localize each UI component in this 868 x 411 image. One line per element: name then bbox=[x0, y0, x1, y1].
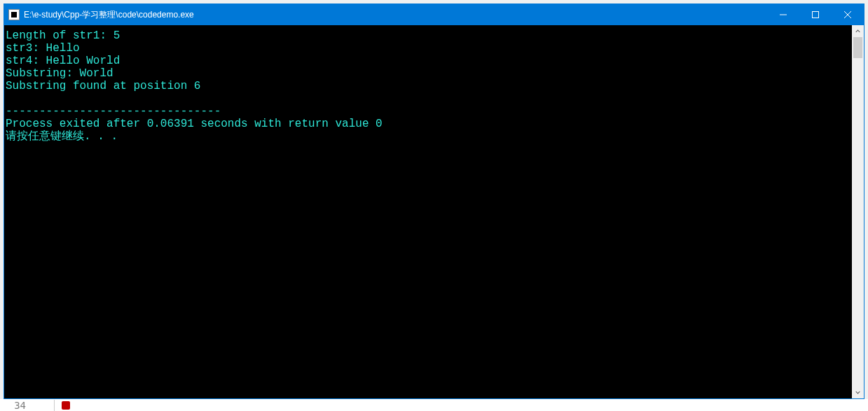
console-line bbox=[6, 92, 852, 105]
window-title: E:\e-study\Cpp-学习整理\code\codedemo.exe bbox=[24, 9, 767, 21]
scroll-up-button[interactable] bbox=[852, 25, 864, 37]
console-line: Substring: World bbox=[6, 67, 852, 80]
app-icon bbox=[8, 9, 20, 20]
console-output[interactable]: Length of str1: 5str3: Hellostr4: Hello … bbox=[4, 25, 852, 398]
scroll-track[interactable] bbox=[852, 37, 864, 386]
scroll-down-button[interactable] bbox=[852, 386, 864, 398]
console-line: 请按任意键继续. . . bbox=[6, 130, 852, 143]
minimize-button[interactable] bbox=[767, 4, 799, 25]
svg-rect-1 bbox=[813, 12, 819, 18]
line-number: 34 bbox=[0, 400, 55, 411]
console-line: Length of str1: 5 bbox=[6, 29, 852, 42]
console-line: Process exited after 0.06391 seconds wit… bbox=[6, 118, 852, 130]
error-marker-icon bbox=[62, 401, 70, 410]
console-line: str3: Hello bbox=[6, 42, 852, 55]
editor-gutter-background: 34 bbox=[0, 399, 868, 411]
close-button[interactable] bbox=[832, 4, 864, 25]
console-window: E:\e-study\Cpp-学习整理\code\codedemo.exe Le… bbox=[4, 4, 864, 399]
client-area: Length of str1: 5str3: Hellostr4: Hello … bbox=[4, 25, 864, 398]
vertical-scrollbar[interactable] bbox=[852, 25, 864, 398]
scroll-thumb[interactable] bbox=[853, 37, 862, 58]
console-line: -------------------------------- bbox=[6, 105, 852, 118]
console-line: Substring found at position 6 bbox=[6, 80, 852, 92]
window-controls bbox=[767, 4, 864, 25]
maximize-button[interactable] bbox=[799, 4, 832, 25]
titlebar[interactable]: E:\e-study\Cpp-学习整理\code\codedemo.exe bbox=[4, 4, 864, 25]
console-line: str4: Hello World bbox=[6, 55, 852, 67]
